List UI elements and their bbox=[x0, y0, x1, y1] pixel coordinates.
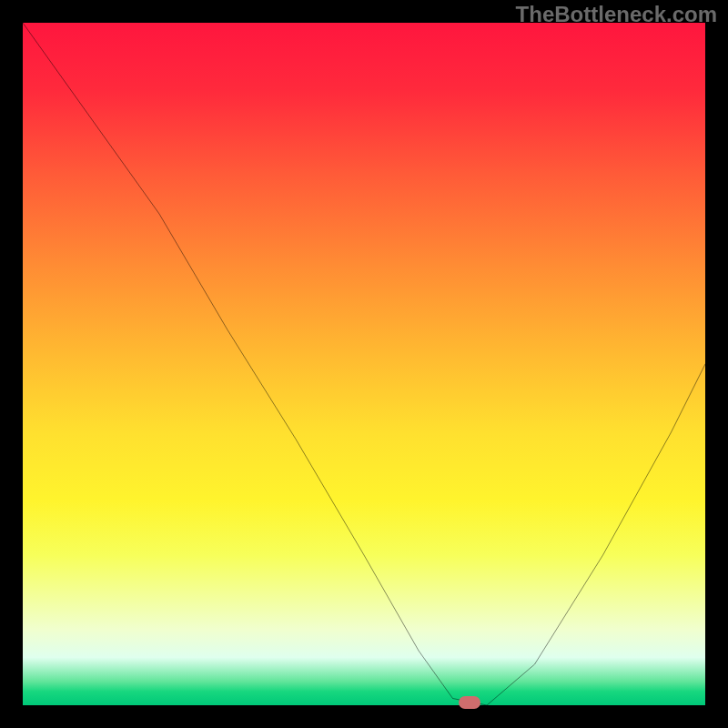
watermark-text: TheBottleneck.com bbox=[516, 2, 717, 27]
chart-frame: TheBottleneck.com bbox=[0, 0, 728, 728]
plot-area bbox=[23, 23, 705, 705]
curve-path bbox=[23, 23, 705, 705]
bottleneck-curve bbox=[23, 23, 705, 705]
optimum-marker-icon bbox=[459, 696, 480, 709]
